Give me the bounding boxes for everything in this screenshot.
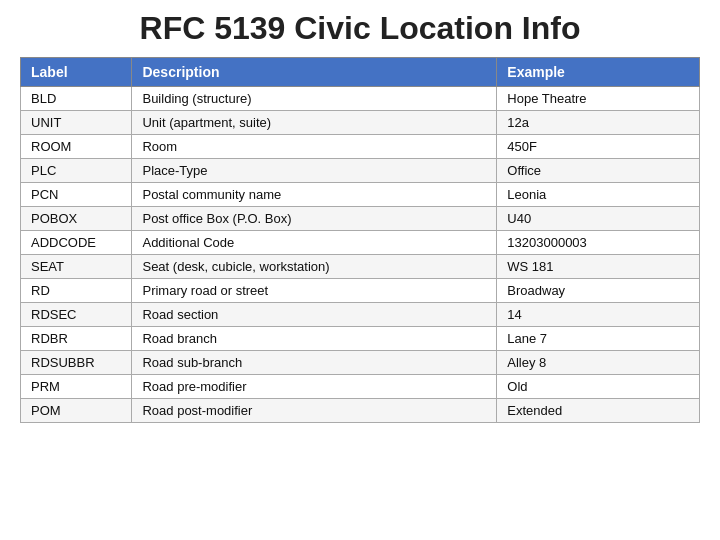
cell-description: Primary road or street bbox=[132, 279, 497, 303]
cell-description: Room bbox=[132, 135, 497, 159]
cell-example: 14 bbox=[497, 303, 700, 327]
cell-description: Additional Code bbox=[132, 231, 497, 255]
cell-example: Alley 8 bbox=[497, 351, 700, 375]
cell-label: RDBR bbox=[21, 327, 132, 351]
table-row: RDPrimary road or streetBroadway bbox=[21, 279, 700, 303]
table-row: SEATSeat (desk, cubicle, workstation)WS … bbox=[21, 255, 700, 279]
cell-label: ROOM bbox=[21, 135, 132, 159]
cell-description: Building (structure) bbox=[132, 87, 497, 111]
cell-label: POM bbox=[21, 399, 132, 423]
table-row: ADDCODEAdditional Code13203000003 bbox=[21, 231, 700, 255]
page-container: RFC 5139 Civic Location Info Label Descr… bbox=[0, 0, 720, 540]
header-label: Label bbox=[21, 58, 132, 87]
table-row: POBOXPost office Box (P.O. Box)U40 bbox=[21, 207, 700, 231]
cell-label: RD bbox=[21, 279, 132, 303]
cell-description: Postal community name bbox=[132, 183, 497, 207]
table-header-row: Label Description Example bbox=[21, 58, 700, 87]
civic-location-table: Label Description Example BLDBuilding (s… bbox=[20, 57, 700, 423]
cell-label: PLC bbox=[21, 159, 132, 183]
cell-description: Road branch bbox=[132, 327, 497, 351]
cell-example: Lane 7 bbox=[497, 327, 700, 351]
cell-description: Post office Box (P.O. Box) bbox=[132, 207, 497, 231]
header-description: Description bbox=[132, 58, 497, 87]
cell-label: RDSEC bbox=[21, 303, 132, 327]
cell-example: Office bbox=[497, 159, 700, 183]
cell-label: RDSUBBR bbox=[21, 351, 132, 375]
cell-example: Broadway bbox=[497, 279, 700, 303]
cell-example: 450F bbox=[497, 135, 700, 159]
cell-example: Hope Theatre bbox=[497, 87, 700, 111]
cell-label: BLD bbox=[21, 87, 132, 111]
cell-example: Old bbox=[497, 375, 700, 399]
cell-description: Road section bbox=[132, 303, 497, 327]
cell-label: PCN bbox=[21, 183, 132, 207]
cell-description: Seat (desk, cubicle, workstation) bbox=[132, 255, 497, 279]
table-row: RDBRRoad branchLane 7 bbox=[21, 327, 700, 351]
cell-description: Place-Type bbox=[132, 159, 497, 183]
cell-example: WS 181 bbox=[497, 255, 700, 279]
table-row: PLCPlace-TypeOffice bbox=[21, 159, 700, 183]
cell-description: Road post-modifier bbox=[132, 399, 497, 423]
cell-label: PRM bbox=[21, 375, 132, 399]
cell-example: U40 bbox=[497, 207, 700, 231]
cell-example: 13203000003 bbox=[497, 231, 700, 255]
cell-example: 12a bbox=[497, 111, 700, 135]
header-example: Example bbox=[497, 58, 700, 87]
cell-description: Road sub-branch bbox=[132, 351, 497, 375]
cell-label: POBOX bbox=[21, 207, 132, 231]
cell-example: Leonia bbox=[497, 183, 700, 207]
table-row: RDSECRoad section14 bbox=[21, 303, 700, 327]
table-row: ROOMRoom450F bbox=[21, 135, 700, 159]
table-row: BLDBuilding (structure)Hope Theatre bbox=[21, 87, 700, 111]
cell-label: SEAT bbox=[21, 255, 132, 279]
table-row: POMRoad post-modifierExtended bbox=[21, 399, 700, 423]
table-row: PRMRoad pre-modifierOld bbox=[21, 375, 700, 399]
cell-description: Unit (apartment, suite) bbox=[132, 111, 497, 135]
cell-description: Road pre-modifier bbox=[132, 375, 497, 399]
cell-example: Extended bbox=[497, 399, 700, 423]
table-row: PCNPostal community nameLeonia bbox=[21, 183, 700, 207]
table-row: UNITUnit (apartment, suite)12a bbox=[21, 111, 700, 135]
page-title: RFC 5139 Civic Location Info bbox=[20, 10, 700, 47]
table-row: RDSUBBRRoad sub-branchAlley 8 bbox=[21, 351, 700, 375]
cell-label: ADDCODE bbox=[21, 231, 132, 255]
cell-label: UNIT bbox=[21, 111, 132, 135]
